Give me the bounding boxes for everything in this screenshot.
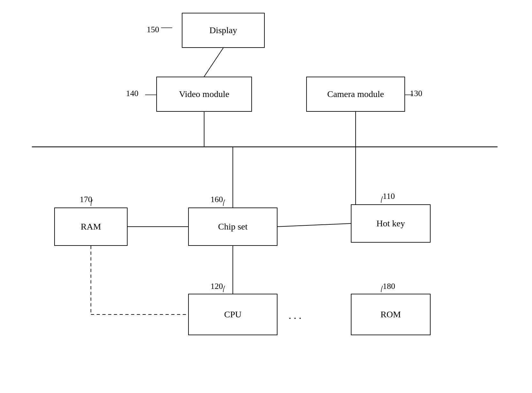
display-box: Display bbox=[182, 13, 265, 48]
label-180: 180 bbox=[383, 282, 395, 291]
video-module-label: Video module bbox=[179, 89, 229, 99]
video-module-box: Video module bbox=[156, 77, 252, 112]
cpu-label: CPU bbox=[224, 309, 241, 320]
dots-label: ... bbox=[289, 310, 304, 321]
label-140: 140 bbox=[126, 89, 138, 98]
diagram-container: Display 150 Video module 140 Camera modu… bbox=[0, 0, 532, 393]
hot-key-label: Hot key bbox=[376, 218, 405, 229]
cpu-box: CPU bbox=[188, 294, 277, 335]
camera-module-box: Camera module bbox=[306, 77, 405, 112]
svg-line-0 bbox=[204, 48, 223, 77]
ram-label: RAM bbox=[81, 222, 101, 232]
label-110: 110 bbox=[383, 192, 395, 201]
label-120: 120 bbox=[211, 282, 223, 291]
display-label: Display bbox=[209, 25, 237, 35]
hot-key-box: Hot key bbox=[351, 204, 431, 243]
label-130: 130 bbox=[410, 89, 422, 98]
rom-box: ROM bbox=[351, 294, 431, 335]
svg-line-6 bbox=[277, 223, 351, 227]
ram-box: RAM bbox=[54, 208, 128, 246]
chipset-box: Chip set bbox=[188, 208, 277, 246]
label-150: 150 bbox=[147, 25, 159, 34]
chipset-label: Chip set bbox=[218, 222, 248, 232]
rom-label: ROM bbox=[381, 309, 401, 320]
label-170: 170 bbox=[80, 195, 92, 204]
label-160: 160 bbox=[211, 195, 223, 204]
camera-module-label: Camera module bbox=[327, 89, 384, 99]
